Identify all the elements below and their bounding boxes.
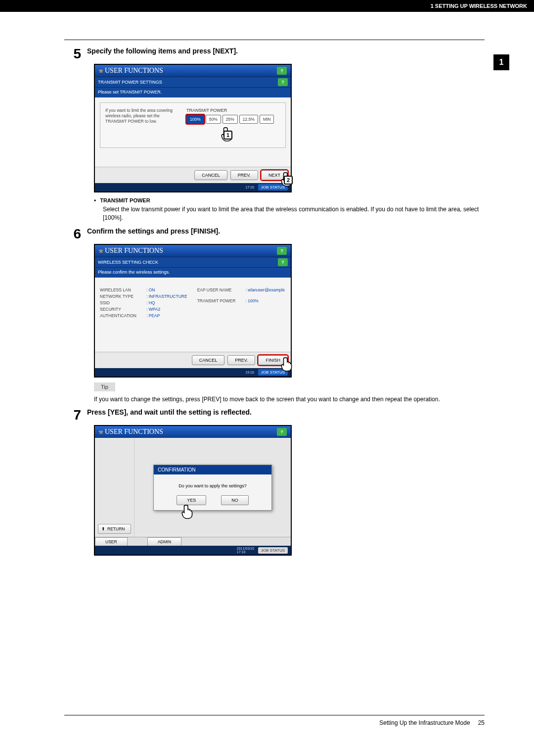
- tip-label: Tip: [94, 382, 115, 391]
- panel-subtitle: TRANSMIT POWER SETTINGS: [98, 80, 162, 85]
- step-6: 6 Confirm the settings and press [FINISH…: [64, 227, 485, 241]
- panel-instruction: Please confirm the wireless settings.: [95, 268, 291, 278]
- no-button[interactable]: NO: [221, 495, 249, 505]
- check-val: : ON: [146, 287, 187, 292]
- panel-subtitle: WIRELESS SETTING CHECK: [98, 260, 158, 265]
- check-key: WIRELESS LAN: [100, 287, 136, 292]
- admin-tab[interactable]: ADMIN: [147, 537, 181, 546]
- panel-instruction: Please set TRANSMIT POWER.: [95, 88, 291, 97]
- help-icon[interactable]: ?: [277, 67, 287, 75]
- tip-text: If you want to change the settings, pres…: [94, 395, 485, 404]
- return-label: RETURN: [107, 526, 125, 531]
- job-status-button[interactable]: JOB STATUS: [258, 547, 288, 554]
- transmit-note: If you want to limit the area covering w…: [105, 108, 179, 124]
- panel-title: USER FUNCTIONS: [105, 428, 163, 435]
- help-icon[interactable]: ?: [277, 428, 287, 436]
- transmit-power-bullet-text: Select the low transmit power if you wan…: [103, 205, 485, 222]
- help-icon[interactable]: ?: [278, 258, 288, 266]
- modal-question: Do you want to apply the settings?: [159, 483, 267, 488]
- callout-1: 1: [223, 131, 232, 140]
- tp-option-100[interactable]: 100%: [186, 115, 204, 124]
- check-val: : WPA2: [146, 307, 187, 312]
- chapter-tab: 1: [493, 54, 509, 70]
- step-7-title: Press [YES], and wait until the setting …: [87, 408, 485, 416]
- bullet-icon: •: [94, 197, 96, 204]
- tp-option-min[interactable]: MIN: [260, 115, 274, 124]
- pointer-hand-icon: [181, 504, 194, 519]
- step-number: 5: [64, 47, 81, 61]
- yes-button[interactable]: YES: [177, 495, 206, 505]
- check-val: : wlanuser@example: [245, 287, 285, 292]
- screenshot-setting-check: ⚒USER FUNCTIONS ? WIRELESS SETTING CHECK…: [94, 244, 485, 378]
- confirmation-modal: CONFIRMATION Do you want to apply the se…: [153, 465, 272, 511]
- check-key: EAP USER NAME: [197, 287, 236, 292]
- tp-option-50[interactable]: 50%: [206, 115, 221, 124]
- cancel-button[interactable]: CANCEL: [194, 170, 227, 180]
- transmit-power-desc: • TRANSMIT POWER Select the low transmit…: [94, 197, 485, 222]
- panel-title: USER FUNCTIONS: [105, 67, 163, 74]
- tool-icon: ⚒: [99, 249, 103, 254]
- check-key: SSID: [100, 300, 136, 305]
- prev-button[interactable]: PREV.: [227, 355, 255, 365]
- tool-icon: ⚒: [99, 430, 103, 435]
- footer-title: Setting Up the Infrastructure Mode: [379, 719, 470, 726]
- check-key: SECURITY: [100, 307, 136, 312]
- modal-title: CONFIRMATION: [154, 465, 271, 474]
- check-val: : 100%: [245, 298, 285, 303]
- panel-title: USER FUNCTIONS: [105, 247, 163, 254]
- check-val: : PEAP: [146, 313, 187, 318]
- top-rule: [64, 40, 485, 40]
- check-key: NETWORK TYPE: [100, 294, 136, 299]
- check-key: TRANSMIT POWER: [197, 298, 236, 303]
- step-number: 7: [64, 408, 81, 422]
- step-7: 7 Press [YES], and wait until the settin…: [64, 408, 485, 422]
- step-5-title: Specify the following items and press [N…: [87, 47, 485, 55]
- help-icon[interactable]: ?: [277, 247, 287, 255]
- step-5: 5 Specify the following items and press …: [64, 47, 485, 61]
- prev-button[interactable]: PREV.: [230, 170, 258, 180]
- transmit-power-bullet-title: TRANSMIT POWER: [100, 197, 150, 204]
- panel-date: 2011/03/1017:10: [237, 547, 254, 554]
- page-footer: Setting Up the Infrastructure Mode 25: [64, 715, 485, 726]
- chapter-header: 1 SETTING UP WIRELESS NETWORK: [0, 0, 534, 12]
- page-number: 25: [478, 719, 485, 726]
- panel-time: 17:10: [245, 186, 254, 189]
- screenshot-transmit-power: ⚒USER FUNCTIONS ? TRANSMIT POWER SETTING…: [94, 64, 485, 192]
- panel-time: 19:10: [245, 371, 254, 374]
- up-arrow-icon: ⬆: [101, 526, 105, 531]
- tp-option-25[interactable]: 25%: [222, 115, 238, 124]
- pointer-hand-icon: [281, 357, 294, 372]
- step-6-title: Confirm the settings and press [FINISH].: [87, 227, 485, 235]
- help-icon[interactable]: ?: [278, 78, 288, 86]
- tip-block: Tip If you want to change the settings, …: [94, 382, 485, 404]
- callout-2: 2: [284, 176, 293, 185]
- step-number: 6: [64, 227, 81, 241]
- tp-option-12[interactable]: 12.5%: [239, 115, 258, 124]
- check-val: : INFRASTRUCTURE: [146, 294, 187, 299]
- user-tab[interactable]: USER: [95, 537, 128, 546]
- return-button[interactable]: ⬆ RETURN: [98, 524, 131, 534]
- transmit-power-label: TRANSMIT POWER: [186, 108, 280, 113]
- check-key: AUTHENTICATION: [100, 313, 136, 318]
- check-val: : HQ: [146, 300, 187, 305]
- tool-icon: ⚒: [99, 69, 103, 74]
- screenshot-confirmation: ⚒USER FUNCTIONS ? ⬆ RETURN CONFIRMATION …: [94, 425, 485, 556]
- cancel-button[interactable]: CANCEL: [192, 355, 225, 365]
